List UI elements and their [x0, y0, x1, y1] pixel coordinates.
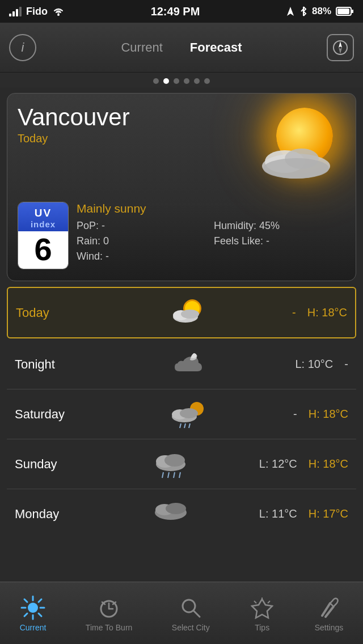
- svg-point-27: [164, 454, 185, 467]
- tab-current[interactable]: Current: [15, 592, 51, 634]
- svg-point-0: [57, 14, 60, 16]
- tab-burn-label: Time To Burn: [86, 623, 132, 632]
- forecast-day-today: Today: [16, 306, 84, 320]
- nav-bar: i Current Forecast: [0, 23, 363, 73]
- alarm-icon: [98, 596, 120, 619]
- forecast-row-today[interactable]: Today - H: 18°C: [7, 287, 356, 338]
- info-icon: i: [22, 40, 24, 55]
- dot-1: [153, 78, 159, 84]
- svg-marker-6: [339, 41, 342, 48]
- tab-settings[interactable]: Settings: [310, 592, 348, 634]
- weather-card: Vancouver Today UV index 6 Mainly sunny …: [7, 93, 356, 281]
- info-button[interactable]: i: [9, 34, 36, 61]
- svg-point-35: [28, 603, 38, 613]
- bluetooth-icon: [299, 6, 307, 17]
- tab-city[interactable]: Select City: [167, 592, 214, 634]
- uv-label: UV: [20, 207, 66, 219]
- tab-current[interactable]: Current: [116, 38, 167, 57]
- status-bar: Fido 12:49 PM 88%: [0, 0, 363, 23]
- forecast-temps-today: - H: 18°C: [292, 306, 347, 319]
- forecast-row-tonight[interactable]: Tonight L: 10°C -: [7, 340, 356, 389]
- uv-value: 6: [18, 231, 68, 269]
- svg-line-50: [193, 611, 200, 617]
- uv-top: UV index: [18, 202, 68, 231]
- svg-line-28: [162, 472, 163, 478]
- svg-point-11: [263, 158, 329, 179]
- svg-line-43: [24, 613, 27, 616]
- tab-tips-label: Tips: [255, 623, 269, 632]
- sunday-low: L: 12°C: [259, 457, 297, 471]
- svg-line-30: [174, 472, 175, 478]
- battery-icon: [336, 6, 354, 16]
- tab-city-label: Select City: [172, 623, 210, 632]
- dot-6: [204, 78, 210, 84]
- forecast-day-monday: Monday: [15, 507, 83, 522]
- svg-line-53: [254, 601, 256, 603]
- tab-burn[interactable]: Time To Burn: [81, 592, 137, 634]
- svg-line-41: [39, 613, 41, 616]
- conditions-panel: UV index 6 Mainly sunny PoP: - Humidity:…: [18, 202, 345, 269]
- tab-bar: Current Time To Burn Select City: [0, 582, 363, 644]
- feels-like-value: Feels Like: -: [214, 235, 345, 247]
- burn-tab-icon-wrap: [96, 595, 122, 621]
- dot-3: [174, 78, 179, 84]
- svg-marker-7: [339, 48, 342, 54]
- cloud-graphic: [254, 133, 339, 179]
- sun-illustration: [254, 99, 344, 179]
- compass-icon: [332, 39, 349, 56]
- forecast-section: Today - H: 18°C Tonight: [7, 287, 356, 539]
- tonight-high: -: [344, 358, 348, 371]
- forecast-temps-sunday: L: 12°C H: 18°C: [259, 457, 348, 471]
- compass-button[interactable]: [327, 34, 354, 61]
- condition-grid: PoP: - Humidity: 45% Rain: 0 Feels Like:…: [77, 220, 345, 262]
- nav-tabs: Current Forecast: [116, 38, 246, 57]
- svg-line-23: [184, 423, 185, 428]
- uv-sub: index: [20, 219, 66, 229]
- carrier-label: Fido: [26, 6, 48, 18]
- forecast-icon-today: [84, 297, 292, 328]
- tips-icon: [251, 596, 273, 619]
- forecast-temps-monday: L: 11°C H: 17°C: [259, 507, 348, 520]
- forecast-row-sunday[interactable]: Sunday L: 12°C H: 18°C: [7, 439, 356, 489]
- wrench-icon: [318, 596, 340, 619]
- pop-value: PoP: -: [77, 220, 208, 232]
- forecast-row-monday[interactable]: Monday L: 11°C H: 17°C: [7, 489, 356, 539]
- svg-marker-1: [287, 7, 294, 16]
- forecast-day-tonight: Tonight: [15, 357, 83, 372]
- rain-value: Rain: 0: [77, 235, 208, 247]
- svg-line-22: [180, 423, 181, 428]
- forecast-day-saturday: Saturday: [15, 407, 83, 422]
- wifi-icon: [52, 7, 65, 16]
- monday-low: L: 11°C: [259, 507, 297, 520]
- monday-high: H: 17°C: [309, 507, 348, 520]
- svg-point-17: [181, 310, 199, 319]
- tab-forecast[interactable]: Forecast: [185, 38, 247, 57]
- forecast-day-sunday: Sunday: [15, 457, 83, 472]
- svg-line-29: [168, 472, 169, 478]
- saturday-low: -: [293, 408, 297, 421]
- tab-settings-label: Settings: [315, 623, 344, 632]
- uv-badge: UV index 6: [18, 202, 69, 269]
- current-tab-icon-wrap: [20, 595, 46, 621]
- svg-line-42: [39, 599, 41, 602]
- tab-tips[interactable]: Tips: [244, 592, 280, 634]
- status-left: Fido: [9, 6, 65, 18]
- dot-4: [184, 78, 189, 84]
- svg-rect-4: [337, 9, 349, 14]
- conditions-data: Mainly sunny PoP: - Humidity: 45% Rain: …: [77, 202, 345, 262]
- wind-value: Wind: -: [77, 251, 208, 262]
- saturday-high: H: 18°C: [309, 408, 348, 421]
- sun-tab-icon: [20, 595, 45, 620]
- page-dots: [0, 73, 363, 87]
- tonight-low: L: 10°C: [295, 358, 333, 371]
- forecast-row-saturday[interactable]: Saturday - H: 18°C: [7, 389, 356, 439]
- location-icon: [286, 6, 295, 17]
- status-time: 12:49 PM: [151, 5, 200, 18]
- forecast-temps-tonight: L: 10°C -: [295, 358, 348, 371]
- svg-line-52: [268, 601, 270, 603]
- forecast-icon-monday: [83, 498, 259, 529]
- status-right: 88%: [286, 6, 354, 17]
- svg-line-31: [179, 472, 180, 478]
- tab-current-label: Current: [20, 623, 47, 632]
- sunday-high: H: 18°C: [309, 457, 348, 471]
